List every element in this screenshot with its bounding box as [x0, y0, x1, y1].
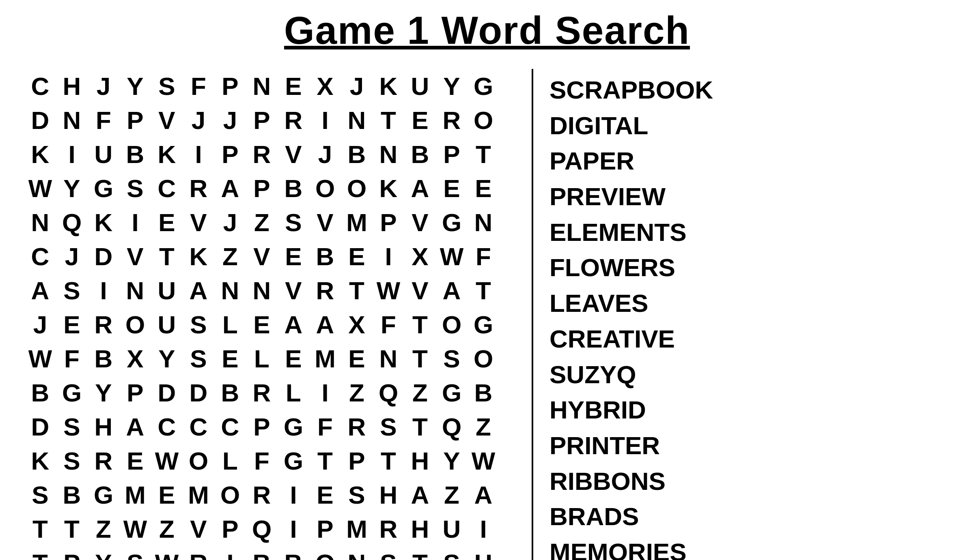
grid-cell-14-11: S: [373, 546, 404, 560]
word-list: SCRAPBOOKDIGITALPAPERPREVIEWELEMENTSFLOW…: [549, 73, 950, 560]
grid-cell-5-3: V: [119, 239, 151, 273]
grid-cell-1-4: V: [151, 103, 183, 137]
grid-cell-2-14: T: [468, 137, 499, 171]
word-item-13: MEMORIES: [549, 535, 950, 560]
grid-cell-9-11: Q: [373, 375, 404, 410]
grid-cell-14-9: O: [309, 546, 341, 560]
grid-cell-9-2: Y: [88, 375, 119, 410]
grid-cell-4-4: E: [151, 205, 183, 239]
grid-cell-12-10: S: [341, 478, 373, 512]
grid-cell-0-12: U: [404, 69, 436, 103]
grid-cell-7-6: L: [214, 307, 246, 341]
grid-cell-10-2: H: [88, 410, 119, 444]
grid-cell-10-9: F: [309, 410, 341, 444]
grid-cell-14-2: Y: [88, 546, 119, 560]
grid-cell-3-5: R: [183, 171, 214, 205]
grid-cell-9-14: B: [468, 375, 499, 410]
word-item-2: PAPER: [549, 144, 950, 178]
grid-cell-14-7: B: [246, 546, 278, 560]
grid-cell-14-6: I: [214, 546, 246, 560]
grid-cell-1-11: T: [373, 103, 404, 137]
grid-cell-8-3: X: [119, 341, 151, 375]
grid-cell-13-14: I: [468, 512, 499, 546]
grid-cell-10-12: T: [404, 410, 436, 444]
word-item-1: DIGITAL: [549, 109, 950, 143]
grid-cell-7-14: G: [468, 307, 499, 341]
grid-cell-4-0: N: [24, 205, 56, 239]
grid-cell-1-3: P: [119, 103, 151, 137]
word-item-10: PRINTER: [549, 429, 950, 463]
grid-cell-11-4: W: [151, 444, 183, 478]
grid-cell-5-8: E: [278, 239, 309, 273]
word-item-12: BRADS: [549, 500, 950, 534]
word-item-0: SCRAPBOOK: [549, 73, 950, 107]
grid-cell-9-4: D: [151, 375, 183, 410]
grid-cell-13-11: R: [373, 512, 404, 546]
grid-cell-11-6: L: [214, 444, 246, 478]
grid-cell-0-0: C: [24, 69, 56, 103]
grid-cell-14-3: S: [119, 546, 151, 560]
grid-cell-3-4: C: [151, 171, 183, 205]
grid-cell-5-11: I: [373, 239, 404, 273]
grid-cell-13-8: I: [278, 512, 309, 546]
grid-cell-8-6: E: [214, 341, 246, 375]
grid-cell-7-10: X: [341, 307, 373, 341]
grid-cell-7-7: E: [246, 307, 278, 341]
grid-cell-12-1: B: [56, 478, 88, 512]
grid-cell-1-6: J: [214, 103, 246, 137]
grid-cell-8-8: E: [278, 341, 309, 375]
grid-cell-8-11: N: [373, 341, 404, 375]
grid-cell-13-10: M: [341, 512, 373, 546]
grid-cell-13-6: P: [214, 512, 246, 546]
grid-cell-1-12: E: [404, 103, 436, 137]
main-content: CHJYSFPNEXJKUYGDNFPVJJPRINTEROKIUBKIPRVJ…: [24, 69, 950, 560]
grid-cell-8-10: E: [341, 341, 373, 375]
grid-cell-4-13: G: [436, 205, 468, 239]
grid-cell-2-11: N: [373, 137, 404, 171]
grid-cell-0-8: E: [278, 69, 309, 103]
grid-cell-13-7: Q: [246, 512, 278, 546]
grid-cell-7-5: S: [183, 307, 214, 341]
grid-cell-3-3: S: [119, 171, 151, 205]
grid-cell-1-1: N: [56, 103, 88, 137]
grid-cell-5-4: T: [151, 239, 183, 273]
grid-cell-6-11: W: [373, 273, 404, 307]
grid-cell-11-11: T: [373, 444, 404, 478]
grid-cell-13-2: Z: [88, 512, 119, 546]
grid-cell-11-3: E: [119, 444, 151, 478]
grid-cell-6-10: T: [341, 273, 373, 307]
grid-cell-8-2: B: [88, 341, 119, 375]
grid-cell-3-12: A: [404, 171, 436, 205]
grid-cell-0-9: X: [309, 69, 341, 103]
page-title: Game 1 Word Search: [284, 8, 690, 53]
grid-cell-2-3: B: [119, 137, 151, 171]
grid-cell-12-0: S: [24, 478, 56, 512]
grid-cell-3-8: B: [278, 171, 309, 205]
word-item-5: FLOWERS: [549, 251, 950, 285]
grid-cell-7-8: A: [278, 307, 309, 341]
word-item-7: CREATIVE: [549, 322, 950, 356]
grid-cell-9-0: B: [24, 375, 56, 410]
grid-cell-7-4: U: [151, 307, 183, 341]
grid-cell-7-13: O: [436, 307, 468, 341]
grid-cell-9-5: D: [183, 375, 214, 410]
grid-cell-5-14: F: [468, 239, 499, 273]
grid-cell-6-2: I: [88, 273, 119, 307]
grid-cell-5-12: X: [404, 239, 436, 273]
grid-cell-0-4: S: [151, 69, 183, 103]
grid-cell-6-12: V: [404, 273, 436, 307]
grid-cell-10-14: Z: [468, 410, 499, 444]
grid-cell-2-8: V: [278, 137, 309, 171]
grid-cell-5-5: K: [183, 239, 214, 273]
grid-cell-14-14: H: [468, 546, 499, 560]
grid-cell-1-13: R: [436, 103, 468, 137]
grid-cell-11-0: K: [24, 444, 56, 478]
word-search-grid: CHJYSFPNEXJKUYGDNFPVJJPRINTEROKIUBKIPRVJ…: [24, 69, 499, 560]
grid-cell-11-7: F: [246, 444, 278, 478]
grid-cell-0-14: G: [468, 69, 499, 103]
grid-cell-13-12: H: [404, 512, 436, 546]
grid-cell-9-9: I: [309, 375, 341, 410]
grid-cell-5-6: Z: [214, 239, 246, 273]
grid-cell-8-12: T: [404, 341, 436, 375]
word-item-3: PREVIEW: [549, 180, 950, 214]
